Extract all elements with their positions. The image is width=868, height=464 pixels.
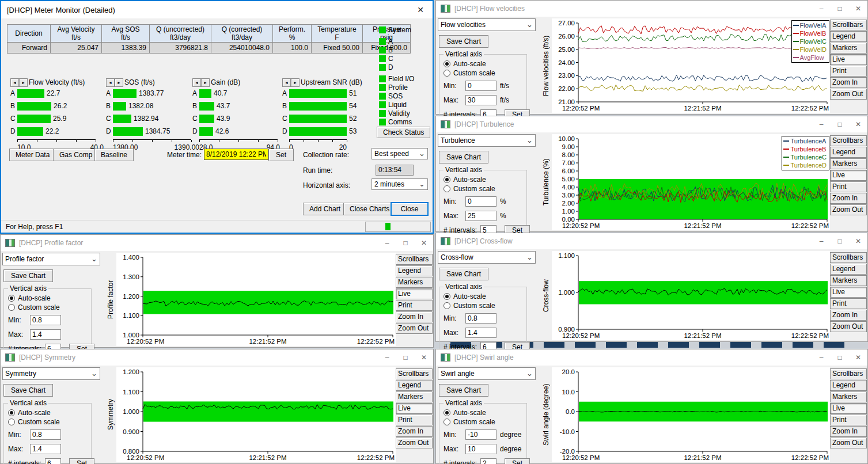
auto-scale-radio[interactable]: Auto-scale [444,292,524,301]
chart-type-dropdown[interactable]: Cross-flow ⌄ [438,251,536,264]
scroll-left-icon[interactable]: ◄ [10,78,19,87]
scrollbars-button[interactable]: Scrollbars [396,368,433,379]
markers-button[interactable]: Markers [830,158,867,169]
zoom-out-button[interactable]: Zoom Out [830,204,867,215]
legend-button[interactable]: Legend [830,147,867,158]
zoom-out-button[interactable]: Zoom Out [830,438,867,448]
check-status-button[interactable]: Check Status [377,127,430,138]
max-input[interactable] [30,329,61,340]
maximize-icon[interactable]: □ [396,235,415,251]
print-button[interactable]: Print [830,181,867,192]
chart-type-dropdown[interactable]: Swirl angle ⌄ [438,367,536,380]
auto-scale-radio[interactable]: Auto-scale [8,294,89,302]
max-input[interactable] [465,444,496,454]
auto-scale-radio[interactable]: Auto-scale [444,60,524,68]
legend-button[interactable]: Legend [830,380,867,391]
scroll-left-icon[interactable]: ◄ [106,78,115,87]
min-input[interactable] [30,315,61,325]
minimize-icon[interactable]: – [378,235,396,251]
min-input[interactable] [465,429,496,440]
close-icon[interactable]: ✕ [849,233,867,249]
save-chart-button[interactable]: Save Chart [439,384,488,397]
save-chart-button[interactable]: Save Chart [439,35,488,48]
auto-scale-radio[interactable]: Auto-scale [444,176,524,184]
chart-type-dropdown[interactable]: Flow velocities ⌄ [438,18,536,31]
min-input[interactable] [465,81,496,91]
zoom-out-button[interactable]: Zoom Out [830,321,867,332]
close-icon[interactable]: ✕ [849,349,867,366]
custom-scale-radio[interactable]: Custom scale [444,69,524,77]
close-icon[interactable]: ✕ [849,116,867,132]
live-button[interactable]: Live [830,54,867,65]
zoom-in-button[interactable]: Zoom In [830,310,867,321]
legend-button[interactable]: Legend [396,380,433,391]
horizontal-axis-dropdown[interactable]: 2 minutes ⌄ [372,178,428,190]
auto-scale-radio[interactable]: Auto-scale [8,409,89,417]
zoom-in-button[interactable]: Zoom In [830,193,867,204]
add-chart-button[interactable]: Add Chart [303,203,347,215]
maximize-icon[interactable]: □ [831,116,849,132]
min-input[interactable] [465,313,496,324]
max-input[interactable] [465,211,496,221]
print-button[interactable]: Print [396,414,433,425]
window-titlebar[interactable]: [DHCP] Meter Monitor (Detailed) ✕ [1,1,433,18]
maximize-icon[interactable]: □ [396,349,415,366]
live-button[interactable]: Live [396,288,433,299]
baseline-button[interactable]: Baseline [94,149,134,161]
set-time-button[interactable]: Set [268,149,294,161]
zoom-out-button[interactable]: Zoom Out [830,89,867,100]
save-chart-button[interactable]: Save Chart [439,151,488,163]
zoom-out-button[interactable]: Zoom Out [396,438,433,448]
scrollbars-button[interactable]: Scrollbars [830,252,867,263]
close-icon[interactable]: ✕ [415,235,433,251]
window-titlebar[interactable]: [DHCP] Cross-flow – □ ✕ [436,233,867,249]
print-button[interactable]: Print [830,298,867,309]
scroll-right-icon[interactable]: ► [115,78,123,87]
minimize-icon[interactable]: – [812,116,831,132]
scroll-right-icon[interactable]: ► [291,78,300,87]
scrollbars-button[interactable]: Scrollbars [396,254,433,265]
window-titlebar[interactable]: [DHCP] Swirl angle – □ ✕ [436,349,867,366]
window-titlebar[interactable]: [DHCP] Profile factor – □ ✕ [1,235,433,251]
minimize-icon[interactable]: – [812,349,831,366]
scrollbars-button[interactable]: Scrollbars [830,135,867,146]
scrollbars-button[interactable]: Scrollbars [830,368,867,379]
set-button[interactable]: Set [69,458,94,464]
meter-time-input[interactable] [204,149,268,160]
markers-button[interactable]: Markers [830,43,867,54]
minimize-icon[interactable]: – [812,233,831,249]
zoom-out-button[interactable]: Zoom Out [396,323,433,334]
close-icon[interactable]: ✕ [414,5,427,14]
collection-rate-dropdown[interactable]: Best speed ⌄ [372,148,428,159]
scrollbars-button[interactable]: Scrollbars [830,20,867,31]
print-button[interactable]: Print [830,66,867,77]
print-button[interactable]: Print [396,300,433,311]
auto-scale-radio[interactable]: Auto-scale [444,409,524,417]
legend-button[interactable]: Legend [830,264,867,275]
scroll-right-icon[interactable]: ► [19,78,28,87]
close-charts-button[interactable]: Close Charts [343,203,396,215]
custom-scale-radio[interactable]: Custom scale [8,418,89,426]
zoom-in-button[interactable]: Zoom In [396,426,433,437]
intervals-input[interactable] [45,458,61,464]
window-titlebar[interactable]: [DHCP] Symmetry – □ ✕ [1,349,433,366]
window-titlebar[interactable]: [DHCP] Turbulence – □ ✕ [436,116,867,132]
max-input[interactable] [30,444,61,454]
minimize-icon[interactable]: – [378,349,396,366]
live-button[interactable]: Live [396,403,433,414]
intervals-input[interactable] [480,458,496,464]
scroll-right-icon[interactable]: ► [201,78,210,87]
maximize-icon[interactable]: □ [831,233,849,249]
scroll-left-icon[interactable]: ◄ [282,78,291,87]
zoom-in-button[interactable]: Zoom In [830,426,867,437]
custom-scale-radio[interactable]: Custom scale [444,185,524,193]
live-button[interactable]: Live [830,170,867,181]
legend-button[interactable]: Legend [830,31,867,42]
custom-scale-radio[interactable]: Custom scale [444,302,524,310]
close-button[interactable]: Close [391,202,429,216]
markers-button[interactable]: Markers [396,277,433,288]
print-button[interactable]: Print [830,414,867,425]
minimize-icon[interactable]: – [812,1,831,17]
gas-comp-button[interactable]: Gas Comp [53,149,98,161]
markers-button[interactable]: Markers [830,275,867,286]
